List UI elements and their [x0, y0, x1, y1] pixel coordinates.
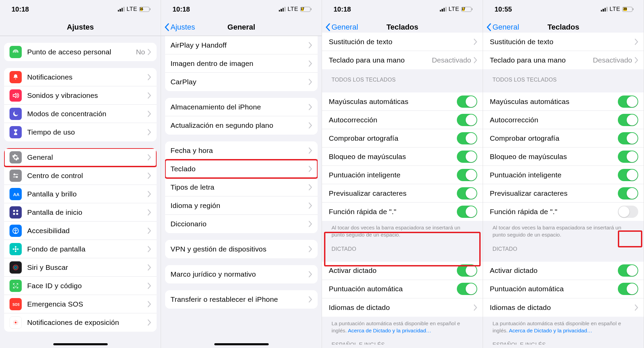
row-enable-dictation[interactable]: Activar dictado	[483, 262, 644, 280]
row-spell[interactable]: Comprobar ortografía	[483, 129, 644, 147]
row-preview-char[interactable]: Previsualizar caracteres	[483, 184, 644, 203]
footer-dictation: La puntuación automática está disponible…	[322, 317, 483, 334]
row-preview-char[interactable]: Previsualizar caracteres	[322, 184, 483, 203]
svg-point-15	[17, 248, 19, 250]
chevron-right-icon	[148, 246, 151, 252]
section-header-all-keyboards: TODOS LOS TECLADOS	[322, 69, 483, 86]
row-autocap[interactable]: Mayúsculas automáticas	[322, 92, 483, 111]
row-keyboard[interactable]: Teclado	[165, 160, 318, 178]
row-one-handed[interactable]: Teclado para una manoDesactivado	[483, 51, 644, 69]
row-fonts[interactable]: Tipos de letra	[165, 178, 318, 196]
row-home-screen[interactable]: Pantalla de inicio	[4, 203, 157, 222]
row-control-center[interactable]: Centro de control	[4, 167, 157, 185]
row-period-shortcut[interactable]: Función rápida de "."	[322, 203, 483, 221]
row-transfer-reset[interactable]: Transferir o restablecer el iPhone	[165, 290, 318, 309]
row-storage[interactable]: Almacenamiento del iPhone	[165, 98, 318, 116]
hotspot-label: Punto de acceso personal	[27, 48, 136, 56]
toggle-capslock[interactable]	[457, 151, 477, 163]
toggle-capslock[interactable]	[618, 151, 638, 163]
toggle-spell[interactable]	[457, 132, 477, 144]
row-general[interactable]: General	[4, 148, 157, 167]
row-dictionary[interactable]: Diccionario	[165, 215, 318, 233]
toggle-period[interactable]	[618, 206, 638, 218]
status-time: 10:18	[173, 5, 190, 13]
row-display[interactable]: AA Pantalla y brillo	[4, 185, 157, 203]
toggle-smart[interactable]	[618, 169, 638, 181]
content[interactable]: AirPlay y Handoff Imagen dentro de image…	[161, 36, 322, 348]
row-autocorrect[interactable]: Autocorrección	[322, 111, 483, 129]
row-siri[interactable]: Siri y Buscar	[4, 258, 157, 277]
toggle-autopunct[interactable]	[457, 283, 477, 295]
row-screen-time[interactable]: Tiempo de uso	[4, 123, 157, 141]
row-autocap[interactable]: Mayúsculas automáticas	[483, 92, 644, 111]
dictation-privacy-link[interactable]: Acerca de Dictado y la privacidad…	[509, 328, 592, 333]
row-enable-dictation[interactable]: Activar dictado	[322, 262, 483, 280]
row-auto-punctuation[interactable]: Puntuación automática	[322, 280, 483, 298]
row-auto-punctuation[interactable]: Puntuación automática	[483, 280, 644, 298]
row-carplay[interactable]: CarPlay	[165, 73, 318, 91]
status-right: LTE 17	[279, 6, 311, 13]
row-date-time[interactable]: Fecha y hora	[165, 141, 318, 160]
row-accessibility[interactable]: Accesibilidad	[4, 222, 157, 240]
toggle-autopunct[interactable]	[618, 283, 638, 295]
back-button[interactable]: Ajustes	[164, 23, 195, 32]
back-button[interactable]: General	[486, 23, 519, 32]
toggle-dictation[interactable]	[618, 264, 638, 277]
row-period-shortcut[interactable]: Función rápida de "."	[483, 203, 644, 221]
row-language-region[interactable]: Idioma y región	[165, 196, 318, 215]
chevron-right-icon	[309, 184, 312, 190]
row-airplay[interactable]: AirPlay y Handoff	[165, 36, 318, 54]
row-sounds[interactable]: Sonidos y vibraciones	[4, 86, 157, 105]
lte-label: LTE	[288, 6, 298, 13]
section-header-all-keyboards: TODOS LOS TECLADOS	[483, 69, 644, 86]
row-text-replacement[interactable]: Sustitución de texto	[483, 33, 644, 51]
status-time: 10:55	[495, 5, 512, 13]
content[interactable]: Sustitución de texto Teclado para una ma…	[322, 33, 483, 345]
toggle-period[interactable]	[457, 206, 477, 218]
toggle-preview[interactable]	[457, 187, 477, 199]
toggle-spell[interactable]	[618, 132, 638, 144]
toggle-dictation[interactable]	[457, 264, 477, 277]
row-wallpaper[interactable]: Fondo de pantalla	[4, 240, 157, 258]
home-indicator[interactable]	[53, 343, 108, 345]
row-smart-punctuation[interactable]: Puntuación inteligente	[483, 166, 644, 184]
row-background-refresh[interactable]: Actualización en segundo plano	[165, 116, 318, 135]
home-indicator[interactable]	[214, 343, 269, 345]
row-label: General	[27, 153, 148, 161]
row-spell[interactable]: Comprobar ortografía	[322, 129, 483, 147]
accessibility-icon	[10, 225, 22, 237]
toggle-autocap[interactable]	[457, 95, 477, 108]
row-notifications[interactable]: Notificaciones	[4, 68, 157, 86]
row-legal[interactable]: Marco jurídico y normativo	[165, 265, 318, 283]
row-one-handed[interactable]: Teclado para una manoDesactivado	[322, 51, 483, 69]
row-vpn[interactable]: VPN y gestión de dispositivos	[165, 240, 318, 258]
chevron-right-icon	[148, 129, 151, 135]
svg-point-2	[16, 176, 18, 178]
toggle-smart[interactable]	[457, 169, 477, 181]
row-smart-punctuation[interactable]: Puntuación inteligente	[322, 166, 483, 184]
row-dictation-langs[interactable]: Idiomas de dictado	[322, 298, 483, 317]
toggle-autocorrect[interactable]	[457, 114, 477, 126]
row-dictation-langs[interactable]: Idiomas de dictado	[483, 298, 644, 317]
row-pip[interactable]: Imagen dentro de imagen	[165, 54, 318, 73]
toggle-preview[interactable]	[618, 187, 638, 199]
row-capslock[interactable]: Bloqueo de mayúsculas	[322, 147, 483, 166]
row-focus[interactable]: Modos de concentración	[4, 105, 157, 123]
display-icon: AA	[10, 188, 22, 200]
row-personal-hotspot[interactable]: Punto de acceso personal No	[4, 43, 157, 61]
row-exposure[interactable]: Notificaciones de exposición	[4, 313, 157, 332]
row-text-replacement[interactable]: Sustitución de texto	[322, 33, 483, 51]
section-header-es-en: ESPAÑOL E INGLÉS	[483, 334, 644, 345]
toggle-autocap[interactable]	[618, 95, 638, 108]
back-button[interactable]: General	[325, 23, 358, 32]
row-autocorrect[interactable]: Autocorrección	[483, 111, 644, 129]
dictation-privacy-link[interactable]: Acerca de Dictado y la privacidad…	[348, 328, 431, 333]
content[interactable]: Punto de acceso personal No Notificacion…	[0, 36, 161, 348]
row-capslock[interactable]: Bloqueo de mayúsculas	[483, 147, 644, 166]
toggle-autocorrect[interactable]	[618, 114, 638, 126]
svg-point-18	[15, 266, 17, 268]
row-faceid[interactable]: Face ID y código	[4, 277, 157, 295]
section-header-dictation: DICTADO	[322, 239, 483, 255]
content[interactable]: Sustitución de texto Teclado para una ma…	[483, 33, 644, 345]
row-sos[interactable]: SOS Emergencia SOS	[4, 295, 157, 313]
